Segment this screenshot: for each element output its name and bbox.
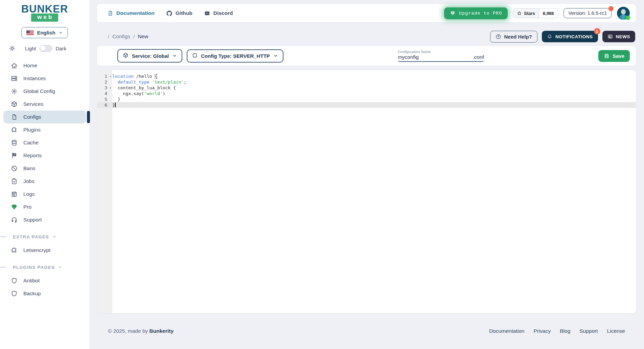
line-number: 2 bbox=[97, 79, 112, 85]
footer-link[interactable]: Privacy bbox=[533, 328, 551, 334]
version-badge[interactable]: Version: 1.6.5-rc1 bbox=[564, 8, 612, 18]
code-text: default_type 'text/plain'; bbox=[112, 79, 186, 85]
sidebar-item-label: Plugins bbox=[23, 127, 41, 133]
clipboard-check-icon bbox=[11, 178, 18, 185]
github-stars-badge[interactable]: Stars 8,988 bbox=[513, 8, 558, 18]
chevron-down-icon bbox=[52, 235, 56, 239]
header-link-label: Documentation bbox=[116, 10, 155, 16]
chevron-down-icon bbox=[273, 53, 278, 58]
service-dropdown[interactable]: Service: Global bbox=[117, 49, 182, 63]
header-link-github[interactable]: Github bbox=[166, 10, 192, 17]
code-text: } bbox=[112, 102, 116, 108]
bunkerweb-logo[interactable]: BUNKER web bbox=[0, 4, 89, 22]
save-button[interactable]: Save bbox=[598, 50, 630, 62]
online-status-dot bbox=[626, 16, 630, 20]
sidebar-item-services[interactable]: Services bbox=[3, 98, 86, 111]
app: BUNKER web English Light Dark HomeInstan… bbox=[0, 0, 644, 349]
sidebar-item-logs[interactable]: Logs bbox=[3, 188, 86, 201]
document-icon bbox=[107, 10, 113, 16]
header-link-documentation[interactable]: Documentation bbox=[107, 10, 155, 16]
footer-link[interactable]: Support bbox=[579, 328, 598, 334]
sidebar-item-letsencrypt[interactable]: Letsencrypt bbox=[3, 244, 86, 257]
code-token: /hello bbox=[134, 74, 155, 79]
newspaper-icon bbox=[607, 34, 613, 39]
version-alert-dot bbox=[608, 6, 614, 11]
editor-line[interactable]: 4 ngx.say('world') bbox=[97, 91, 636, 96]
sidebar-item-bans[interactable]: Bans bbox=[3, 162, 86, 175]
sidebar-item-pro[interactable]: Pro bbox=[3, 201, 86, 213]
line-number: 3▾ bbox=[97, 85, 112, 91]
sidebar: BUNKER web English Light Dark HomeInstan… bbox=[0, 0, 89, 349]
gear-icon bbox=[11, 88, 18, 95]
editor-line[interactable]: 1▾location /hello { bbox=[97, 73, 636, 79]
language-selector[interactable]: English bbox=[21, 27, 68, 38]
sidebar-item-jobs[interactable]: Jobs bbox=[3, 175, 86, 188]
sidebar-item-label: Antibot bbox=[23, 278, 40, 284]
copyright-text: © 2025, made by bbox=[108, 328, 150, 334]
sidebar-item-cache[interactable]: Cache bbox=[3, 136, 86, 149]
notifications-button[interactable]: NOTIFICATIONS 1 bbox=[542, 31, 598, 42]
header-link-label: Github bbox=[176, 10, 192, 16]
need-help-button[interactable]: Need Help? bbox=[490, 31, 537, 43]
puzzle-icon bbox=[11, 126, 18, 133]
sidebar-section-plugins-pages[interactable]: PLUGINS PAGES bbox=[0, 261, 89, 274]
sidebar-item-label: Cache bbox=[23, 140, 39, 146]
footer-link[interactable]: Blog bbox=[560, 328, 570, 334]
config-type-dropdown-label: Config Type: SERVER_HTTP bbox=[201, 53, 270, 59]
footer-link[interactable]: Documentation bbox=[489, 328, 524, 334]
theme-group: Light Dark bbox=[25, 45, 66, 52]
editor-line[interactable]: 6} bbox=[97, 102, 636, 108]
configuration-name-input[interactable] bbox=[398, 54, 473, 60]
sidebar-section-extra-pages[interactable]: EXTRA PAGES bbox=[0, 230, 89, 243]
line-number-text: 1 bbox=[105, 74, 107, 79]
flag-icon bbox=[11, 152, 18, 159]
editor-line[interactable]: 5 } bbox=[97, 96, 636, 102]
line-number-text: 3 bbox=[105, 85, 107, 90]
notifications-label: NOTIFICATIONS bbox=[555, 34, 593, 39]
sidebar-item-global-config[interactable]: Global Config bbox=[3, 85, 86, 98]
header-links: DocumentationGithubDiscord bbox=[107, 10, 233, 17]
sidebar-item-reports[interactable]: Reports bbox=[3, 149, 86, 162]
sidebar-item-configs[interactable]: Configs bbox=[3, 111, 86, 123]
sidebar-item-instances[interactable]: Instances bbox=[3, 72, 86, 85]
sidebar-item-home[interactable]: Home bbox=[3, 59, 86, 72]
sidebar-item-label: Reports bbox=[23, 153, 42, 159]
header-link-discord[interactable]: Discord bbox=[204, 10, 233, 17]
logo-subtitle: web bbox=[31, 14, 58, 22]
upgrade-pro-button[interactable]: Upgrade to PRO bbox=[444, 7, 508, 19]
configuration-name-field: Configuration Name .conf bbox=[398, 50, 484, 62]
sun-icon bbox=[9, 45, 16, 52]
sidebar-item-support[interactable]: Support bbox=[3, 213, 86, 226]
page-actions: Need Help? NOTIFICATIONS 1 NEWS bbox=[490, 31, 635, 43]
editor-line[interactable]: 3▾ content_by_lua_block { bbox=[97, 85, 636, 91]
line-number-text: 5 bbox=[105, 97, 107, 102]
avatar[interactable] bbox=[617, 7, 630, 20]
footer-link[interactable]: License bbox=[607, 328, 625, 334]
fold-caret-icon[interactable]: ▾ bbox=[110, 85, 111, 91]
breadcrumb-item[interactable]: Configs bbox=[112, 33, 130, 40]
fold-caret-icon[interactable]: ▾ bbox=[110, 74, 111, 79]
sidebar-item-antibot[interactable]: Antibot bbox=[3, 274, 86, 287]
discord-icon bbox=[204, 10, 210, 17]
theme-toggle[interactable] bbox=[40, 45, 52, 52]
header-right: Upgrade to PRO Stars 8,988 Version: 1.6.… bbox=[444, 7, 630, 20]
sidebar-item-backup[interactable]: Backup bbox=[3, 287, 86, 300]
line-number-text: 2 bbox=[105, 79, 107, 85]
footer-brand-link[interactable]: Bunkerity bbox=[150, 328, 174, 334]
stars-label: Stars bbox=[524, 11, 535, 16]
sidebar-item-label: Logs bbox=[23, 191, 35, 197]
puzzle-icon bbox=[11, 247, 18, 254]
breadcrumb-separator: / bbox=[108, 33, 109, 40]
diamond-icon bbox=[11, 204, 18, 210]
top-header: DocumentationGithubDiscord Upgrade to PR… bbox=[97, 4, 636, 22]
news-button[interactable]: NEWS bbox=[602, 31, 636, 42]
sidebar-item-plugins[interactable]: Plugins bbox=[3, 123, 86, 136]
code-text: location /hello { bbox=[112, 73, 157, 79]
sidebar-item-label: Jobs bbox=[23, 178, 34, 184]
code-token: ngx.say( bbox=[112, 91, 144, 96]
notifications-badge: 1 bbox=[594, 28, 600, 34]
code-editor[interactable]: 1▾location /hello {2 default_type 'text/… bbox=[97, 70, 636, 313]
editor-line[interactable]: 2 default_type 'text/plain'; bbox=[97, 79, 636, 85]
config-type-dropdown[interactable]: Config Type: SERVER_HTTP bbox=[187, 49, 283, 63]
save-label: Save bbox=[613, 53, 624, 59]
